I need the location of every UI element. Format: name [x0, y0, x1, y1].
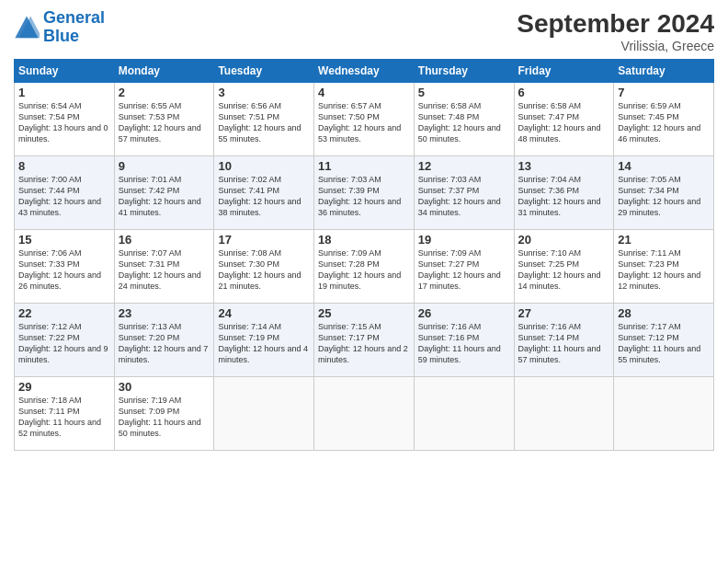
day-number: 28 [618, 306, 710, 320]
table-row: 5Sunrise: 6:58 AMSunset: 7:48 PMDaylight… [414, 83, 514, 156]
table-row: 24Sunrise: 7:14 AMSunset: 7:19 PMDayligh… [214, 304, 314, 377]
logo-blue: Blue [43, 27, 79, 45]
cell-info: Sunrise: 7:06 AMSunset: 7:33 PMDaylight:… [18, 247, 110, 293]
table-row: 29Sunrise: 7:18 AMSunset: 7:11 PMDayligh… [15, 377, 115, 451]
table-row: 7Sunrise: 6:59 AMSunset: 7:45 PMDaylight… [614, 83, 714, 156]
day-number: 1 [18, 86, 110, 99]
table-row: 10Sunrise: 7:02 AMSunset: 7:41 PMDayligh… [214, 156, 314, 230]
cell-info: Sunrise: 7:08 AMSunset: 7:30 PMDaylight:… [218, 247, 310, 293]
cell-info: Sunrise: 7:12 AMSunset: 7:22 PMDaylight:… [18, 321, 110, 366]
day-number: 24 [218, 306, 310, 320]
day-number: 30 [119, 380, 210, 394]
day-number: 16 [119, 233, 210, 247]
day-number: 10 [218, 159, 310, 173]
day-number: 9 [119, 159, 210, 173]
table-row [314, 377, 415, 451]
table-row: 12Sunrise: 7:03 AMSunset: 7:37 PMDayligh… [414, 156, 514, 230]
table-row: 22Sunrise: 7:12 AMSunset: 7:22 PMDayligh… [15, 304, 115, 377]
cell-info: Sunrise: 7:01 AMSunset: 7:42 PMDaylight:… [119, 174, 210, 219]
col-saturday: Saturday [614, 60, 714, 83]
day-number: 7 [618, 86, 710, 99]
day-number: 14 [618, 159, 710, 173]
logo-general: General [43, 8, 105, 27]
table-row: 1Sunrise: 6:54 AMSunset: 7:54 PMDaylight… [15, 83, 115, 156]
col-monday: Monday [114, 60, 214, 83]
cell-info: Sunrise: 6:54 AMSunset: 7:54 PMDaylight:… [18, 100, 110, 145]
cell-info: Sunrise: 7:05 AMSunset: 7:34 PMDaylight:… [618, 174, 710, 219]
calendar-row: 8Sunrise: 7:00 AMSunset: 7:44 PMDaylight… [15, 156, 714, 230]
cell-info: Sunrise: 7:07 AMSunset: 7:31 PMDaylight:… [119, 247, 210, 293]
cell-info: Sunrise: 6:57 AMSunset: 7:50 PMDaylight:… [318, 100, 410, 145]
cell-info: Sunrise: 7:14 AMSunset: 7:19 PMDaylight:… [218, 321, 310, 366]
table-row: 2Sunrise: 6:55 AMSunset: 7:53 PMDaylight… [114, 83, 214, 156]
table-row: 19Sunrise: 7:09 AMSunset: 7:27 PMDayligh… [414, 230, 514, 304]
cell-info: Sunrise: 7:04 AMSunset: 7:36 PMDaylight:… [518, 174, 610, 219]
cell-info: Sunrise: 6:55 AMSunset: 7:53 PMDaylight:… [119, 100, 210, 145]
cell-info: Sunrise: 7:09 AMSunset: 7:28 PMDaylight:… [318, 247, 410, 293]
cell-info: Sunrise: 7:03 AMSunset: 7:39 PMDaylight:… [318, 174, 410, 219]
cell-info: Sunrise: 7:11 AMSunset: 7:23 PMDaylight:… [618, 247, 710, 293]
table-row: 21Sunrise: 7:11 AMSunset: 7:23 PMDayligh… [614, 230, 714, 304]
table-row: 13Sunrise: 7:04 AMSunset: 7:36 PMDayligh… [514, 156, 614, 230]
table-row: 16Sunrise: 7:07 AMSunset: 7:31 PMDayligh… [114, 230, 214, 304]
table-row: 11Sunrise: 7:03 AMSunset: 7:39 PMDayligh… [314, 156, 415, 230]
table-row: 3Sunrise: 6:56 AMSunset: 7:51 PMDaylight… [214, 83, 314, 156]
table-row: 4Sunrise: 6:57 AMSunset: 7:50 PMDaylight… [314, 83, 415, 156]
logo-icon [14, 15, 40, 40]
table-row: 6Sunrise: 6:58 AMSunset: 7:47 PMDaylight… [514, 83, 614, 156]
title-block: September 2024 Vrilissia, Greece [517, 9, 714, 53]
cell-info: Sunrise: 7:00 AMSunset: 7:44 PMDaylight:… [18, 174, 110, 219]
day-number: 12 [418, 159, 510, 173]
calendar-table: Sunday Monday Tuesday Wednesday Thursday… [14, 59, 714, 451]
day-number: 5 [418, 86, 510, 99]
day-number: 27 [518, 306, 610, 320]
day-number: 8 [18, 159, 110, 173]
table-row: 26Sunrise: 7:16 AMSunset: 7:16 PMDayligh… [414, 304, 514, 377]
day-number: 18 [318, 233, 410, 247]
header-row: Sunday Monday Tuesday Wednesday Thursday… [15, 60, 714, 83]
day-number: 13 [518, 159, 610, 173]
table-row [614, 377, 714, 451]
col-tuesday: Tuesday [214, 60, 314, 83]
day-number: 26 [418, 306, 510, 320]
day-number: 6 [518, 86, 610, 99]
header: General Blue September 2024 Vrilissia, G… [14, 9, 714, 53]
cell-info: Sunrise: 7:18 AMSunset: 7:11 PMDaylight:… [18, 395, 110, 440]
table-row: 25Sunrise: 7:15 AMSunset: 7:17 PMDayligh… [314, 304, 415, 377]
day-number: 17 [218, 233, 310, 247]
cell-info: Sunrise: 7:19 AMSunset: 7:09 PMDaylight:… [119, 395, 210, 440]
day-number: 4 [318, 86, 410, 99]
table-row [414, 377, 514, 451]
table-row: 8Sunrise: 7:00 AMSunset: 7:44 PMDaylight… [15, 156, 115, 230]
table-row: 17Sunrise: 7:08 AMSunset: 7:30 PMDayligh… [214, 230, 314, 304]
day-number: 11 [318, 159, 410, 173]
calendar-row: 15Sunrise: 7:06 AMSunset: 7:33 PMDayligh… [15, 230, 714, 304]
cell-info: Sunrise: 7:09 AMSunset: 7:27 PMDaylight:… [418, 247, 510, 293]
table-row: 14Sunrise: 7:05 AMSunset: 7:34 PMDayligh… [614, 156, 714, 230]
day-number: 21 [618, 233, 710, 247]
day-number: 15 [18, 233, 110, 247]
table-row: 15Sunrise: 7:06 AMSunset: 7:33 PMDayligh… [15, 230, 115, 304]
day-number: 2 [119, 86, 210, 99]
day-number: 3 [218, 86, 310, 99]
calendar-row: 1Sunrise: 6:54 AMSunset: 7:54 PMDaylight… [15, 83, 714, 156]
col-wednesday: Wednesday [314, 60, 415, 83]
month-title: September 2024 [517, 9, 714, 39]
table-row: 20Sunrise: 7:10 AMSunset: 7:25 PMDayligh… [514, 230, 614, 304]
table-row [514, 377, 614, 451]
table-row: 30Sunrise: 7:19 AMSunset: 7:09 PMDayligh… [114, 377, 214, 451]
cell-info: Sunrise: 7:16 AMSunset: 7:16 PMDaylight:… [418, 321, 510, 366]
cell-info: Sunrise: 6:59 AMSunset: 7:45 PMDaylight:… [618, 100, 710, 145]
page-container: General Blue September 2024 Vrilissia, G… [0, 0, 728, 460]
col-thursday: Thursday [414, 60, 514, 83]
day-number: 25 [318, 306, 410, 320]
cell-info: Sunrise: 7:02 AMSunset: 7:41 PMDaylight:… [218, 174, 310, 219]
cell-info: Sunrise: 7:03 AMSunset: 7:37 PMDaylight:… [418, 174, 510, 219]
cell-info: Sunrise: 6:56 AMSunset: 7:51 PMDaylight:… [218, 100, 310, 145]
logo-text: General Blue [43, 9, 105, 46]
col-friday: Friday [514, 60, 614, 83]
day-number: 23 [119, 306, 210, 320]
day-number: 22 [18, 306, 110, 320]
day-number: 19 [418, 233, 510, 247]
table-row [214, 377, 314, 451]
